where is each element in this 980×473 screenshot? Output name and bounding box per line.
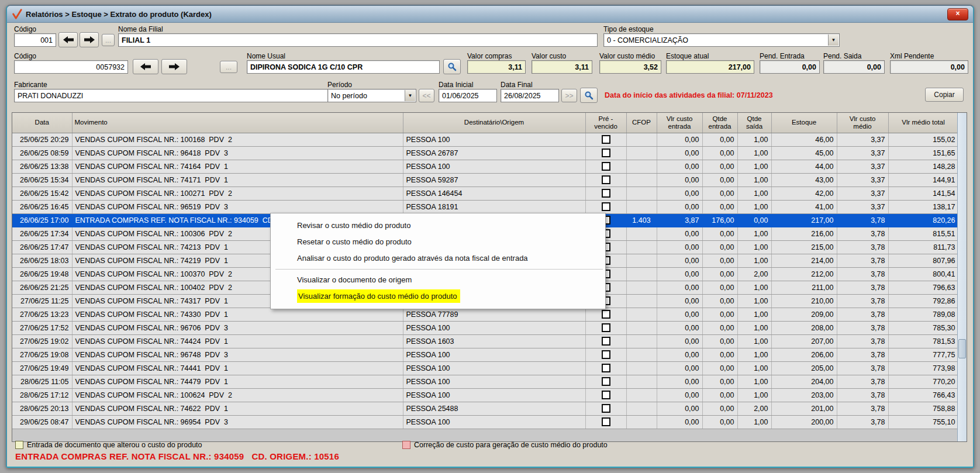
col-header-cfop[interactable]: CFOP bbox=[626, 113, 657, 133]
menu-label: Resetar o custo médio do produto bbox=[297, 237, 412, 246]
cell-data: 25/06/25 20:29 bbox=[12, 133, 72, 146]
table-row[interactable]: 29/06/25 08:47VENDAS CUPOM FISCAL NR.: 9… bbox=[12, 415, 958, 429]
pre-vencido-checkbox[interactable] bbox=[602, 175, 610, 184]
context-menu-item-visualizar-formacao-do-custo-medio-do-pr[interactable]: Visualizar formação do custo médio do pr… bbox=[271, 288, 605, 305]
table-row[interactable]: 27/06/25 19:49VENDAS CUPOM FISCAL NR.: 7… bbox=[12, 361, 958, 375]
cell-est: 216,00 bbox=[771, 227, 837, 240]
metric-field-xml-pendente[interactable]: 0,00 bbox=[890, 60, 968, 74]
cell-cfop bbox=[626, 402, 657, 415]
scrollbar-thumb[interactable] bbox=[958, 339, 966, 358]
menu-label: Visualizar o documento de origem bbox=[297, 275, 412, 284]
context-menu-item-visualizar-o-documento-de-origem[interactable]: Visualizar o documento de origem bbox=[271, 272, 605, 288]
table-row[interactable]: 28/06/25 20:13VENDAS CUPOM FISCAL NR.: 7… bbox=[12, 402, 958, 415]
end-date-input[interactable]: 26/08/2025 bbox=[501, 89, 559, 102]
col-header-qtde-entrada[interactable]: Qtde entrada bbox=[702, 113, 737, 133]
pre-vencido-checkbox[interactable] bbox=[602, 323, 610, 332]
pre-vencido-checkbox[interactable] bbox=[602, 202, 610, 211]
cell-qs: 1,00 bbox=[737, 200, 771, 213]
product-name-input[interactable]: DIPIRONA SODICA 1G C/10 CPR bbox=[247, 60, 440, 74]
cell-cfop bbox=[626, 254, 657, 267]
branch-code-input[interactable]: 001 bbox=[14, 33, 56, 47]
table-row[interactable]: 26/06/25 08:59VENDAS CUPOM FISCAL NR.: 9… bbox=[12, 146, 958, 160]
close-button[interactable]: × bbox=[947, 8, 968, 20]
table-row[interactable]: 26/06/25 16:45VENDAS CUPOM FISCAL NR.: 9… bbox=[12, 200, 958, 213]
cell-vcm: 3,37 bbox=[837, 133, 888, 146]
col-header-pre-vencido[interactable]: Pré - vencido bbox=[585, 113, 626, 133]
period-select[interactable]: No período ▼ bbox=[327, 89, 416, 102]
cell-qs: 1,00 bbox=[737, 187, 771, 200]
period-prev-button[interactable]: << bbox=[419, 89, 434, 102]
product-code-input[interactable]: 0057932 bbox=[14, 60, 128, 74]
cell-qe: 0,00 bbox=[702, 294, 737, 308]
pre-vencido-checkbox[interactable] bbox=[602, 350, 610, 359]
col-header-estoque[interactable]: Estoque bbox=[771, 113, 837, 133]
table-row[interactable]: 28/06/25 17:12VENDAS CUPOM FISCAL NR.: 1… bbox=[12, 388, 958, 402]
metric-field-valor-compras[interactable]: 3,11 bbox=[467, 60, 526, 74]
pre-vencido-checkbox[interactable] bbox=[602, 364, 610, 372]
metric-field-pend-saida[interactable]: 0,00 bbox=[823, 60, 885, 74]
pre-vencido-checkbox[interactable] bbox=[602, 149, 610, 157]
start-date-input[interactable]: 01/06/2025 bbox=[439, 89, 497, 102]
chevron-down-icon[interactable]: ▼ bbox=[828, 34, 838, 46]
table-row[interactable]: 27/06/25 13:23VENDAS CUPOM FISCAL NR.: 7… bbox=[12, 308, 958, 321]
chevron-down-icon[interactable]: ▼ bbox=[405, 90, 415, 101]
product-search-button[interactable] bbox=[443, 59, 461, 74]
cell-cfop bbox=[626, 375, 657, 388]
cell-vcm: 3,37 bbox=[837, 160, 888, 173]
pre-vencido-checkbox[interactable] bbox=[602, 391, 610, 399]
col-header-destinatario-origem[interactable]: Destinatário\Origem bbox=[403, 113, 585, 133]
col-header-vlr-custo-entrada[interactable]: Vlr custo entrada bbox=[657, 113, 702, 133]
context-menu-item-resetar-o-custo-medio-do-produto[interactable]: Resetar o custo médio do produto bbox=[271, 234, 605, 250]
table-row[interactable]: 27/06/25 19:08VENDAS CUPOM FISCAL NR.: 9… bbox=[12, 348, 958, 361]
manufacturer-input[interactable]: PRATI DONADUZZI bbox=[14, 89, 332, 102]
cell-qs: 1,00 bbox=[737, 321, 771, 334]
metric-field-valor-custo-medio[interactable]: 3,52 bbox=[599, 60, 661, 74]
pre-vencido-checkbox[interactable] bbox=[602, 337, 610, 346]
pre-vencido-checkbox[interactable] bbox=[602, 189, 610, 198]
table-row[interactable]: 27/06/25 17:52VENDAS CUPOM FISCAL NR.: 9… bbox=[12, 321, 958, 334]
pre-vencido-checkbox[interactable] bbox=[602, 135, 610, 144]
branch-prev-button[interactable] bbox=[58, 32, 78, 47]
col-header-qtde-saida[interactable]: Qtde saída bbox=[737, 113, 771, 133]
context-menu-item-revisar-o-custo-medio-do-produto[interactable]: Revisar o custo médio do produto bbox=[271, 217, 605, 234]
period-next-button[interactable]: >> bbox=[561, 89, 577, 102]
table-row[interactable]: 27/06/25 19:02VENDAS CUPOM FISCAL NR.: 7… bbox=[12, 334, 958, 348]
product-name-label: Nome Usual bbox=[247, 52, 285, 60]
col-header-movimento[interactable]: Movimento bbox=[72, 113, 403, 133]
cell-dest: PESSOA 100 bbox=[403, 388, 585, 402]
table-row[interactable]: 28/06/25 11:05VENDAS CUPOM FISCAL NR.: 7… bbox=[12, 375, 958, 388]
product-next-button[interactable] bbox=[161, 59, 187, 74]
branch-name-input[interactable]: FILIAL 1 bbox=[118, 33, 598, 47]
table-row[interactable]: 25/06/25 20:29VENDAS CUPOM FISCAL NR.: 1… bbox=[12, 133, 958, 146]
pre-vencido-checkbox[interactable] bbox=[602, 162, 610, 171]
metric-field-estoque-atual[interactable]: 217,00 bbox=[666, 60, 754, 74]
product-more-button[interactable]: ... bbox=[220, 61, 237, 73]
branch-more-button[interactable]: ... bbox=[102, 34, 115, 46]
cell-vce: 0,00 bbox=[657, 361, 702, 375]
metric-field-pend-entrada[interactable]: 0,00 bbox=[760, 60, 820, 74]
cell-vce: 3,87 bbox=[657, 213, 702, 227]
context-menu-item-analisar-o-custo-do-produto-gerado-atrav[interactable]: Analisar o custo do produto gerado atrav… bbox=[271, 250, 605, 267]
cell-chk bbox=[585, 321, 626, 334]
pre-vencido-checkbox[interactable] bbox=[602, 377, 610, 386]
cell-mov: VENDAS CUPOM FISCAL NR.: 96418 PDV 3 bbox=[72, 146, 403, 160]
col-header-vlr-medio-total[interactable]: Vlr médio total bbox=[888, 113, 958, 133]
cell-qs: 1,00 bbox=[737, 227, 771, 240]
pre-vencido-checkbox[interactable] bbox=[602, 417, 610, 426]
table-row[interactable]: 26/06/25 15:42VENDAS CUPOM FISCAL NR.: 1… bbox=[12, 187, 958, 200]
table-row[interactable]: 26/06/25 13:38VENDAS CUPOM FISCAL NR.: 7… bbox=[12, 160, 958, 173]
product-prev-button[interactable] bbox=[133, 59, 158, 74]
table-scrollbar[interactable] bbox=[957, 113, 967, 441]
period-search-button[interactable] bbox=[580, 88, 598, 103]
branch-next-button[interactable] bbox=[80, 32, 99, 47]
pre-vencido-checkbox[interactable] bbox=[602, 310, 610, 319]
cell-data: 27/06/25 19:02 bbox=[12, 334, 72, 348]
col-header-vlr-custo-medio[interactable]: Vlr custo médio bbox=[837, 113, 888, 133]
col-header-data[interactable]: Data bbox=[12, 113, 72, 133]
table-row[interactable]: 26/06/25 15:34VENDAS CUPOM FISCAL NR.: 7… bbox=[12, 173, 958, 187]
pre-vencido-checkbox[interactable] bbox=[602, 404, 610, 413]
copy-button[interactable]: Copiar bbox=[925, 88, 964, 102]
window-titlebar[interactable]: Relatórios > Estoque > Extrato do produt… bbox=[7, 6, 973, 23]
stock-type-select[interactable]: 0 - COMERCIALIZAÇÃO ▼ bbox=[603, 33, 840, 47]
metric-field-valor-custo[interactable]: 3,11 bbox=[532, 60, 592, 74]
